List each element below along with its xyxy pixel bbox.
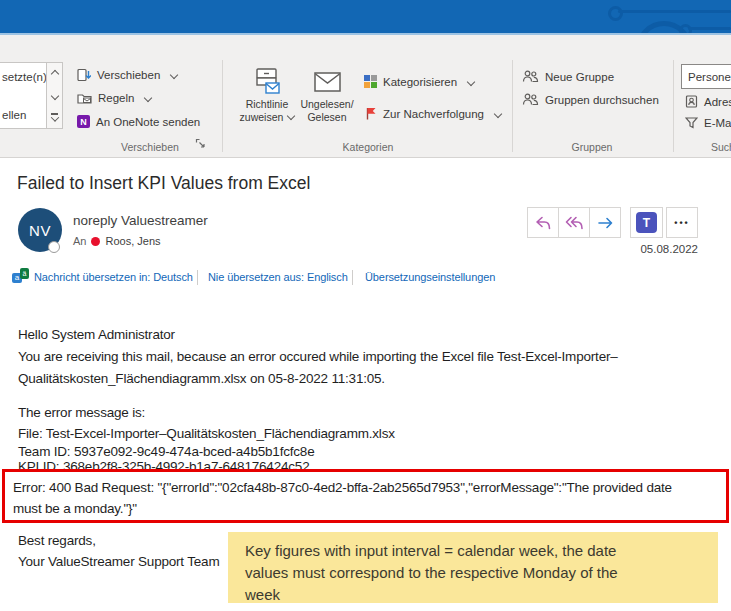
people-icon	[522, 70, 539, 83]
chevron-down-icon	[50, 92, 58, 100]
gallery-scrollbar	[46, 63, 63, 128]
email-date: 05.08.2022	[600, 243, 698, 255]
to-label: An	[73, 235, 86, 247]
ribbon-item-neue-gruppe[interactable]: Neue Gruppe	[522, 70, 614, 83]
translate-icon: a ä	[12, 268, 29, 285]
ribbon-item-label: Zur Nachverfolgung	[383, 108, 484, 120]
reply-all-button[interactable]	[558, 207, 590, 238]
note-line: Key figures with input interval = calend…	[245, 540, 718, 562]
chevron-down-icon	[170, 71, 178, 79]
categorize-icon	[364, 75, 377, 88]
ribbon-item-nachverfolgung[interactable]: Zur Nachverfolgung	[365, 107, 501, 120]
divider	[197, 270, 198, 285]
ribbon: setzte(n) ellen Verschieben Regeln N An …	[0, 35, 731, 158]
email-subject: Failed to Insert KPI Values from Excel	[17, 173, 310, 194]
recipient-name[interactable]: Roos, Jens	[105, 235, 160, 247]
error-highlight-box: Error: 400 Bad Request: "{"errorId":"02c…	[2, 469, 729, 523]
sender-name[interactable]: noreply Valuestreamer	[73, 213, 208, 228]
ribbon-item-label: Gruppen durchsuchen	[545, 94, 659, 106]
ribbon-item-adressbuch[interactable]: Adressbuch	[685, 95, 731, 108]
ribbon-item-verschieben[interactable]: Verschieben	[77, 68, 177, 82]
gallery-scroll-up-button[interactable]	[47, 63, 62, 86]
body-closing: Your ValueStreamer Support Team	[18, 554, 219, 569]
ribbon-item-label: Verschieben	[97, 69, 160, 81]
group-label-gruppen: Gruppen	[542, 141, 642, 153]
body-closing: Best regards,	[18, 533, 96, 548]
circuit-decoration	[608, 6, 623, 21]
body-greeting: Hello System Administrator	[18, 327, 175, 342]
body-error-intro: The error message is:	[18, 405, 145, 420]
ribbon-item-onenote[interactable]: N An OneNote senden	[77, 115, 200, 128]
circuit-decoration	[618, 10, 731, 13]
ribbon-button-label: Gelesen	[290, 111, 364, 124]
circuit-decoration	[688, 27, 731, 30]
never-translate-link[interactable]: Nie übersetzen aus: Englisch	[208, 271, 348, 283]
reply-button[interactable]	[527, 207, 559, 238]
gallery-scroll-down-button[interactable]	[47, 85, 62, 108]
quicksteps-gallery: setzte(n) ellen	[0, 62, 63, 129]
teams-icon: T	[636, 212, 657, 233]
ribbon-button-ungelesen[interactable]: Ungelesen/ Gelesen	[290, 66, 364, 124]
note-line: values must correspond to the respective…	[245, 562, 718, 584]
teams-share-button[interactable]: T	[630, 207, 663, 238]
more-actions-button[interactable]: •••	[666, 207, 698, 238]
error-message-line: Error: 400 Bad Request: "{"errorId":"02c…	[13, 477, 718, 498]
avatar-initials: NV	[29, 222, 51, 239]
ribbon-button-label: Ungelesen/	[290, 98, 364, 111]
flag-icon	[365, 107, 377, 120]
error-message-line: must be a monday."}"	[13, 498, 718, 519]
group-separator	[222, 60, 223, 152]
reply-icon	[533, 215, 553, 231]
group-label-kategorien: Kategorien	[318, 141, 418, 153]
note-line: week	[245, 584, 718, 606]
outlook-window: setzte(n) ellen Verschieben Regeln N An …	[0, 0, 731, 611]
people-search-icon	[522, 93, 539, 106]
policy-assign-icon	[252, 66, 282, 96]
ribbon-item-label: Kategorisieren	[383, 76, 457, 88]
quickstep-item[interactable]: ellen	[2, 109, 26, 121]
onenote-icon: N	[77, 115, 90, 128]
body-text: Qualitätskosten_Flächendiagramm.xlsx on …	[18, 371, 385, 386]
ribbon-item-label: Adressbuch	[704, 96, 731, 108]
translate-message-link[interactable]: Nachricht übersetzen in: Deutsch	[34, 271, 193, 283]
ribbon-item-label: Neue Gruppe	[545, 71, 614, 83]
move-icon	[77, 68, 91, 82]
address-book-icon	[685, 95, 698, 108]
body-text: You are receiving this mail, because an …	[18, 349, 618, 364]
ribbon-item-email-filtern[interactable]: E-Mail filtern	[685, 117, 731, 129]
group-label-suchen: Suchen	[711, 141, 731, 153]
group-separator	[512, 60, 513, 152]
envelope-icon	[314, 69, 341, 96]
body-file-line: File: Test-Excel-Importer–Qualitätskoste…	[18, 426, 395, 441]
people-search-input[interactable]	[681, 64, 731, 89]
translation-settings-link[interactable]: Übersetzungseinstellungen	[365, 271, 495, 283]
group-label-verschieben: Verschieben	[90, 141, 210, 153]
ribbon-item-label: An OneNote senden	[96, 116, 200, 128]
chevron-down-icon	[144, 94, 152, 102]
ribbon-item-kategorisieren[interactable]: Kategorisieren	[364, 75, 474, 88]
filter-icon	[685, 117, 698, 129]
ribbon-item-gruppen-durchsuchen[interactable]: Gruppen durchsuchen	[522, 93, 659, 106]
chevron-down-icon	[494, 109, 502, 117]
group-separator	[673, 60, 674, 152]
title-bar	[0, 0, 731, 33]
quickstep-item[interactable]: setzte(n)	[2, 71, 47, 83]
presence-indicator	[48, 241, 60, 253]
divider	[352, 270, 353, 285]
body-team-id-line: Team ID: 5937e092-9c49-474a-bced-a4b5b1f…	[18, 444, 314, 459]
more-options-icon: •••	[674, 218, 689, 228]
reply-all-icon	[564, 215, 585, 231]
recipient-row: An Roos, Jens	[73, 235, 161, 247]
ribbon-item-regeln[interactable]: Regeln	[77, 92, 151, 104]
annotation-note: Key figures with input interval = calend…	[228, 532, 718, 603]
gallery-more-button[interactable]	[47, 107, 62, 128]
chevron-up-icon	[50, 70, 58, 78]
ribbon-item-label: E-Mail filtern	[704, 117, 731, 129]
presence-dot-icon	[91, 237, 100, 246]
ribbon-item-label: Regeln	[98, 92, 134, 104]
chevron-down-icon	[467, 77, 475, 85]
rules-icon	[77, 92, 92, 104]
forward-icon	[596, 215, 615, 231]
forward-button[interactable]	[589, 207, 621, 238]
